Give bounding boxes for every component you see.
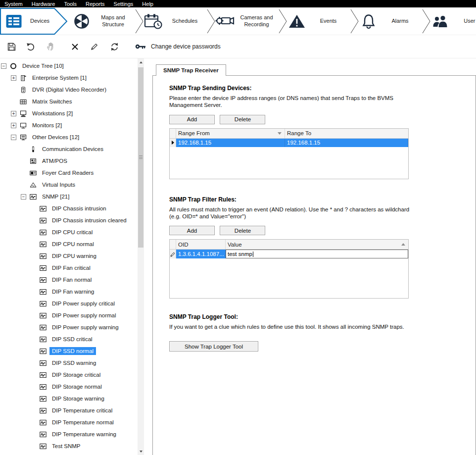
tree-item-label[interactable]: DVR (Digital Video Recorder) bbox=[30, 86, 109, 94]
refresh-button[interactable] bbox=[108, 40, 121, 53]
tree-item-label[interactable]: DIP Power supply warning bbox=[49, 323, 121, 331]
tree-item-label[interactable]: SNMP [21] bbox=[40, 193, 72, 201]
tree-item-dip-fan-warning[interactable]: DIP Fan warning bbox=[0, 286, 138, 298]
menu-item-help[interactable]: Help bbox=[138, 0, 158, 7]
scroll-down-button[interactable] bbox=[138, 448, 144, 455]
tree-item-dip-cpu-normal[interactable]: DIP CPU normal bbox=[0, 238, 138, 250]
tree-item-atm-pos[interactable]: ATM/POS bbox=[0, 155, 138, 167]
tree-item-dip-temperature-critical[interactable]: DIP Temperature critical bbox=[0, 404, 138, 416]
tree-item-label[interactable]: DIP SSD warning bbox=[49, 359, 98, 367]
expand-toggle[interactable]: + bbox=[11, 123, 16, 128]
expand-toggle[interactable]: + bbox=[11, 111, 16, 116]
tree-item-label[interactable]: Enterprise System [1] bbox=[30, 74, 89, 82]
ribbon-tab-devices[interactable]: Devices bbox=[0, 7, 68, 35]
tree-item-label[interactable]: ATM/POS bbox=[40, 157, 70, 165]
tree-item-label[interactable]: DIP Chassis intrusion bbox=[49, 204, 109, 212]
tree-item-label[interactable]: Foyer Card Readers bbox=[40, 169, 96, 177]
tree-item-dip-storage-warning[interactable]: DIP Storage warning bbox=[0, 393, 138, 404]
tree-item-dip-fan-critical[interactable]: DIP Fan critical bbox=[0, 262, 138, 274]
tree-item-label[interactable]: DIP Storage warning bbox=[49, 395, 107, 403]
tree-item-device-tree-10[interactable]: −Device Tree [10] bbox=[0, 60, 138, 72]
menu-item-settings[interactable]: Settings bbox=[109, 0, 138, 7]
tree-item-virtual-inputs[interactable]: Virtual Inputs bbox=[0, 179, 138, 191]
ribbon-tab-alarms[interactable]: Alarms bbox=[355, 7, 427, 35]
expand-toggle[interactable]: + bbox=[11, 75, 16, 81]
tree-item-dip-chassis-intrusion-cleared[interactable]: DIP Chassis intrusion cleared bbox=[0, 214, 138, 226]
tree-item-dvr-digital-video-recorder[interactable]: DVR (Digital Video Recorder) bbox=[0, 84, 138, 96]
cell-value-editor[interactable]: test snmp bbox=[226, 250, 408, 258]
menu-item-system[interactable]: System bbox=[0, 0, 27, 7]
tree-item-matrix-switches[interactable]: Matrix Switches bbox=[0, 96, 138, 107]
tree-item-label[interactable]: DIP CPU normal bbox=[49, 240, 96, 248]
tree-item-label[interactable]: DIP Fan normal bbox=[49, 276, 94, 284]
tab-snmp-trap-receiver[interactable]: SNMP Trap Receiver bbox=[156, 64, 226, 76]
filter-dropdown-icon[interactable] bbox=[278, 132, 282, 135]
tree-item-label[interactable]: Other Devices [12] bbox=[30, 133, 82, 141]
tree-item-dip-ssd-critical[interactable]: DIP SSD critical bbox=[0, 333, 138, 345]
ribbon-tab-schedules[interactable]: Schedules bbox=[140, 7, 211, 35]
tree-item-workstations-2[interactable]: +Workstations [2] bbox=[0, 107, 138, 119]
ribbon-tab-maps-and-structure[interactable]: Maps and Structure bbox=[68, 7, 140, 35]
tree-item-label[interactable]: DIP Temperature normal bbox=[49, 418, 116, 426]
tree-item-label[interactable]: DIP Storage normal bbox=[49, 383, 104, 391]
tree-item-label[interactable]: Test SNMP bbox=[49, 442, 83, 450]
sending-table-row[interactable]: 192.168.1.15 192.168.1.15 bbox=[170, 139, 408, 147]
filter-table-row-editing[interactable]: 1.3.6.1.4.1.1087... test snmp bbox=[170, 250, 408, 258]
tree-item-dip-temperature-warning[interactable]: DIP Temperature warning bbox=[0, 428, 138, 440]
pan-button[interactable] bbox=[45, 40, 57, 53]
tree-item-test-snmp[interactable]: Test SNMP bbox=[0, 440, 138, 452]
edit-button[interactable] bbox=[88, 40, 101, 53]
menu-item-tools[interactable]: Tools bbox=[59, 0, 81, 7]
tree-item-label[interactable]: DIP SSD critical bbox=[49, 335, 95, 343]
collapse-toggle[interactable]: − bbox=[21, 194, 26, 200]
tree-item-label[interactable]: Matrix Switches bbox=[30, 98, 75, 105]
tree-item-dip-power-supply-normal[interactable]: DIP Power supply normal bbox=[0, 309, 138, 321]
column-header-range-from[interactable]: Range From bbox=[176, 129, 285, 138]
tree-item-label[interactable]: DIP CPU warning bbox=[49, 252, 99, 260]
tree-item-dip-temperature-normal[interactable]: DIP Temperature normal bbox=[0, 416, 138, 428]
change-device-passwords-button[interactable]: Change device passwords bbox=[135, 42, 221, 51]
undo-button[interactable] bbox=[25, 40, 38, 53]
filter-delete-button[interactable]: Delete bbox=[220, 226, 265, 235]
tree-item-label[interactable]: Virtual Inputs bbox=[40, 181, 78, 189]
tree-item-label[interactable]: Communication Devices bbox=[40, 145, 106, 153]
collapse-toggle[interactable]: − bbox=[1, 63, 6, 69]
column-header-range-to[interactable]: Range To bbox=[285, 129, 408, 138]
scrollbar-thumb[interactable] bbox=[138, 67, 143, 248]
show-trap-logger-button[interactable]: Show Trap Logger Tool bbox=[169, 341, 258, 352]
cell-range-from[interactable]: 192.168.1.15 bbox=[176, 139, 285, 147]
tree-item-label[interactable]: Monitors [2] bbox=[30, 121, 64, 129]
tree-item-dip-ssd-normal[interactable]: DIP SSD normal bbox=[0, 345, 138, 357]
tree-item-label[interactable]: DIP Temperature warning bbox=[49, 430, 119, 438]
ribbon-tab-cameras-and-recording[interactable]: Cameras and Recording bbox=[211, 7, 283, 35]
tree-item-dip-ssd-warning[interactable]: DIP SSD warning bbox=[0, 357, 138, 369]
tree-item-label[interactable]: DIP Power supply critical bbox=[49, 300, 117, 307]
tree-item-enterprise-system-1[interactable]: +Enterprise System [1] bbox=[0, 72, 138, 84]
panel-splitter[interactable] bbox=[144, 58, 148, 455]
save-button[interactable] bbox=[5, 40, 18, 53]
tree-item-label[interactable]: DIP Storage critical bbox=[49, 371, 103, 379]
column-header-value[interactable]: Value bbox=[226, 240, 408, 249]
menu-item-reports[interactable]: Reports bbox=[81, 0, 109, 7]
tree-item-dip-cpu-critical[interactable]: DIP CPU critical bbox=[0, 226, 138, 238]
tree-item-dip-cpu-warning[interactable]: DIP CPU warning bbox=[0, 250, 138, 262]
tree-item-label[interactable]: Device Tree [10] bbox=[20, 62, 66, 70]
tree-item-snmp-21[interactable]: −SNMP [21] bbox=[0, 191, 138, 202]
sending-delete-button[interactable]: Delete bbox=[220, 115, 265, 124]
tree-item-label[interactable]: DIP Fan warning bbox=[49, 288, 96, 296]
tree-item-label[interactable]: DIP CPU critical bbox=[49, 228, 95, 236]
ribbon-tab-user-g[interactable]: User g bbox=[427, 7, 476, 35]
scroll-up-button[interactable] bbox=[138, 58, 144, 66]
delete-button[interactable] bbox=[68, 40, 81, 53]
filter-rules-table[interactable]: OID Value 1.3.6.1.4.1.1087... test snmp bbox=[169, 239, 409, 299]
cell-range-to[interactable]: 192.168.1.15 bbox=[285, 139, 408, 147]
tree-item-label[interactable]: DIP SSD normal bbox=[49, 347, 96, 355]
tree-item-label[interactable]: DIP Chassis intrusion cleared bbox=[49, 216, 129, 224]
tree-item-foyer-card-readers[interactable]: Foyer Card Readers bbox=[0, 167, 138, 179]
tree-item-label[interactable]: DIP Temperature critical bbox=[49, 406, 115, 414]
tree-item-other-devices-12[interactable]: −Other Devices [12] bbox=[0, 131, 138, 143]
cell-oid[interactable]: 1.3.6.1.4.1.1087... bbox=[176, 250, 226, 258]
filter-add-button[interactable]: Add bbox=[169, 226, 215, 235]
tree-item-dip-chassis-intrusion[interactable]: DIP Chassis intrusion bbox=[0, 202, 138, 214]
tree-item-monitors-2[interactable]: +Monitors [2] bbox=[0, 119, 138, 131]
